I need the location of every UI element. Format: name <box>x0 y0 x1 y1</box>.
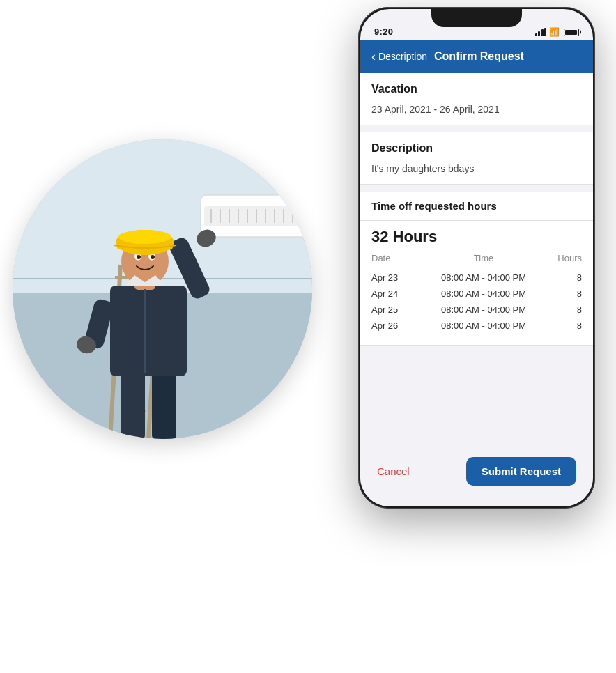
card-divider-1 <box>360 125 593 132</box>
col-header-time: Time <box>413 253 554 263</box>
vacation-date-range: 23 April, 2021 - 26 April, 2021 <box>360 100 593 125</box>
battery-icon <box>564 29 579 36</box>
back-arrow-icon: ‹ <box>371 50 376 63</box>
svg-point-37 <box>118 230 171 244</box>
row-hours: 8 <box>554 304 582 315</box>
description-card: Description It's my daughters bdays <box>360 132 593 185</box>
description-label: Description <box>360 132 593 159</box>
row-hours: 8 <box>554 288 582 299</box>
hours-table: Date Time Hours Apr 23 08:00 AM - 04:00 … <box>360 250 593 345</box>
description-value: It's my daughters bdays <box>360 159 593 184</box>
row-time: 08:00 AM - 04:00 PM <box>413 320 554 331</box>
nav-header: ‹ Description Confirm Request <box>360 40 593 73</box>
back-button[interactable]: ‹ Description <box>371 50 427 63</box>
phone-mockup: 9:20 📶 ‹ De <box>358 7 595 509</box>
row-time: 08:00 AM - 04:00 PM <box>413 288 554 299</box>
worker-photo <box>13 139 312 439</box>
svg-point-34 <box>151 255 155 259</box>
svg-point-33 <box>137 255 141 259</box>
time-off-label: Time off requested hours <box>360 192 593 221</box>
col-header-hours: Hours <box>554 253 582 263</box>
card-divider-2 <box>360 185 593 192</box>
cancel-button[interactable]: Cancel <box>377 465 410 477</box>
row-date: Apr 23 <box>371 272 413 283</box>
vacation-card: Vacation 23 April, 2021 - 26 April, 2021 <box>360 73 593 125</box>
row-time: 08:00 AM - 04:00 PM <box>413 272 554 283</box>
vacation-label: Vacation <box>360 73 593 100</box>
bottom-buttons: Cancel Submit Request <box>360 457 593 486</box>
wifi-icon: 📶 <box>549 27 560 37</box>
phone-notch <box>431 9 522 27</box>
row-hours: 8 <box>554 272 582 283</box>
bottom-spacer <box>360 346 593 401</box>
row-date: Apr 25 <box>371 304 413 315</box>
svg-rect-26 <box>110 286 187 376</box>
row-date: Apr 26 <box>371 320 413 331</box>
hours-total: 32 Hours <box>360 221 593 250</box>
col-header-date: Date <box>371 253 413 263</box>
status-icons: 📶 <box>535 27 580 37</box>
content-area: Vacation 23 April, 2021 - 26 April, 2021… <box>360 73 593 506</box>
table-row: Apr 25 08:00 AM - 04:00 PM 8 <box>371 302 582 318</box>
table-row: Apr 24 08:00 AM - 04:00 PM 8 <box>371 286 582 302</box>
table-row: Apr 23 08:00 AM - 04:00 PM 8 <box>371 270 582 286</box>
signal-icon <box>535 28 547 36</box>
table-header-row: Date Time Hours <box>371 250 582 268</box>
row-hours: 8 <box>554 320 582 331</box>
nav-title: Confirm Request <box>434 50 524 63</box>
row-date: Apr 24 <box>371 288 413 299</box>
table-row: Apr 26 08:00 AM - 04:00 PM 8 <box>371 318 582 334</box>
row-time: 08:00 AM - 04:00 PM <box>413 304 554 315</box>
submit-button[interactable]: Submit Request <box>466 457 576 486</box>
time-off-card: Time off requested hours 32 Hours Date T… <box>360 192 593 346</box>
back-label: Description <box>378 51 427 62</box>
status-time: 9:20 <box>374 26 393 37</box>
